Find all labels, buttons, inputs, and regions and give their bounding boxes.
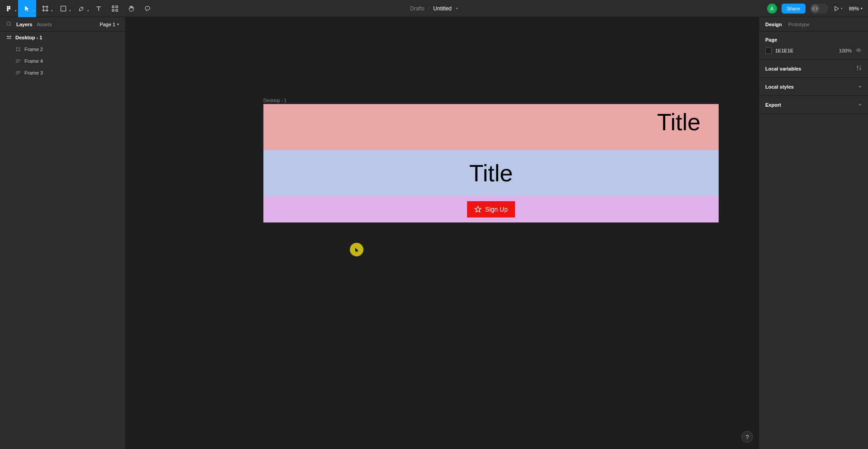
move-tool-button[interactable]: ▾ <box>18 0 36 17</box>
cursor-highlight <box>350 243 363 256</box>
svg-point-11 <box>858 49 859 51</box>
page-selector[interactable]: Page 1 ▾ <box>100 22 119 27</box>
zoom-control[interactable]: 89% ▾ <box>849 6 863 11</box>
frame-icon <box>6 36 12 39</box>
chevron-down-icon: ▾ <box>841 7 843 10</box>
chevron-down-icon: ▾ <box>15 9 17 13</box>
svg-point-4 <box>9 8 10 9</box>
right-panel: Design Prototype Page 1E1E1E 100% Local … <box>758 17 868 449</box>
share-button[interactable]: Share <box>782 4 806 14</box>
layer-row-root[interactable]: Desktop - 1 <box>0 32 125 43</box>
color-opacity[interactable]: 100% <box>839 48 852 53</box>
page-section: Page 1E1E1E 100% <box>759 32 868 60</box>
search-icon[interactable] <box>6 21 12 28</box>
svg-rect-7 <box>116 6 118 8</box>
dev-mode-knob <box>811 5 819 13</box>
shape-tool-button[interactable]: ▾ <box>54 0 72 17</box>
main-menu-button[interactable]: ▾ <box>0 0 18 17</box>
frame-icon <box>42 5 48 12</box>
comment-tool-button[interactable] <box>139 0 156 17</box>
svg-point-10 <box>7 22 10 25</box>
dev-mode-toggle[interactable] <box>810 4 828 14</box>
color-swatch[interactable] <box>765 47 772 54</box>
frame-row-1[interactable]: Title <box>263 104 719 150</box>
hand-icon <box>128 5 134 12</box>
chevron-down-icon: ▾ <box>33 9 35 13</box>
chevron-down-icon: ▾ <box>51 9 53 13</box>
play-icon <box>835 6 839 11</box>
layer-row[interactable]: Frame 4 <box>0 55 125 67</box>
frame-tool-button[interactable]: ▾ <box>36 0 54 17</box>
text-frame-icon <box>15 71 21 75</box>
text-icon <box>96 6 101 11</box>
svg-point-13 <box>860 68 861 70</box>
svg-rect-1 <box>7 8 9 9</box>
figma-logo-icon <box>6 5 12 12</box>
cursor-icon <box>24 5 30 12</box>
layer-name: Frame 2 <box>24 47 43 52</box>
chevron-down-icon: ▾ <box>861 7 863 10</box>
page-color-row: 1E1E1E 100% <box>765 47 862 54</box>
text-tool-button[interactable] <box>91 0 107 17</box>
chevron-down-icon: ▾ <box>87 9 89 13</box>
chevron-down-icon: ▾ <box>117 23 119 26</box>
design-frame[interactable]: Title Title Sign Up <box>263 104 719 222</box>
plus-icon[interactable]: + <box>858 83 862 90</box>
breadcrumb: Drafts / Untitled ▾ <box>410 5 458 12</box>
export-title: Export <box>765 102 781 108</box>
toolbar-left-group: ▾ ▾ ▾ ▾ ▾ <box>0 0 156 17</box>
svg-rect-2 <box>7 9 9 11</box>
frame-icon <box>15 47 21 52</box>
tab-layers[interactable]: Layers <box>16 22 32 27</box>
title-text-1[interactable]: Title <box>657 109 701 136</box>
user-avatar[interactable]: A <box>767 4 777 14</box>
tab-assets[interactable]: Assets <box>37 22 52 27</box>
local-styles-section: Local styles + <box>759 78 868 96</box>
text-frame-icon <box>15 59 21 63</box>
pen-tool-button[interactable]: ▾ <box>72 0 91 17</box>
signup-button[interactable]: Sign Up <box>467 201 515 217</box>
layer-name: Frame 4 <box>24 58 43 64</box>
toolbar-right-group: A Share ▾ 89% ▾ <box>767 4 868 14</box>
color-hex[interactable]: 1E1E1E <box>775 48 793 53</box>
layer-name: Desktop - 1 <box>15 35 42 40</box>
rectangle-icon <box>61 6 66 11</box>
tab-design[interactable]: Design <box>765 22 782 27</box>
file-name[interactable]: Untitled <box>433 5 452 12</box>
resources-icon <box>112 5 118 12</box>
layer-row[interactable]: Frame 2 <box>0 43 125 55</box>
cursor-arrow-icon <box>355 247 359 254</box>
local-variables-section: Local variables <box>759 60 868 78</box>
canvas-frame-label[interactable]: Desktop - 1 <box>263 98 286 103</box>
hand-tool-button[interactable] <box>123 0 139 17</box>
comment-icon <box>144 5 151 12</box>
layer-row[interactable]: Frame 3 <box>0 67 125 79</box>
left-panel-header: Layers Assets Page 1 ▾ <box>0 17 125 32</box>
zoom-value: 89% <box>849 6 859 11</box>
page-section-title: Page <box>765 37 862 43</box>
local-variables-title: Local variables <box>765 66 801 71</box>
chevron-down-icon[interactable]: ▾ <box>456 7 458 10</box>
present-button[interactable]: ▾ <box>833 6 844 11</box>
help-button[interactable]: ? <box>741 431 753 443</box>
local-styles-title: Local styles <box>765 84 794 90</box>
frame-row-2[interactable]: Title <box>263 150 719 196</box>
resources-tool-button[interactable] <box>107 0 123 17</box>
chevron-down-icon: ▾ <box>69 9 71 13</box>
page-selector-label: Page 1 <box>100 22 115 27</box>
breadcrumb-separator: / <box>428 5 429 12</box>
frame-row-3[interactable]: Sign Up <box>263 196 719 222</box>
svg-rect-9 <box>116 9 118 11</box>
breadcrumb-drafts[interactable]: Drafts <box>410 5 424 12</box>
svg-point-12 <box>857 66 858 68</box>
settings-icon[interactable] <box>856 65 862 72</box>
export-section: Export + <box>759 96 868 114</box>
svg-rect-3 <box>9 6 10 8</box>
tab-prototype[interactable]: Prototype <box>788 22 810 27</box>
title-text-2[interactable]: Title <box>469 160 513 187</box>
visibility-icon[interactable] <box>855 47 862 54</box>
layer-name: Frame 3 <box>24 70 43 76</box>
canvas-area[interactable]: Desktop - 1 Title Title Sign Up <box>126 17 758 449</box>
signup-label: Sign Up <box>485 206 508 213</box>
plus-icon[interactable]: + <box>858 101 862 108</box>
